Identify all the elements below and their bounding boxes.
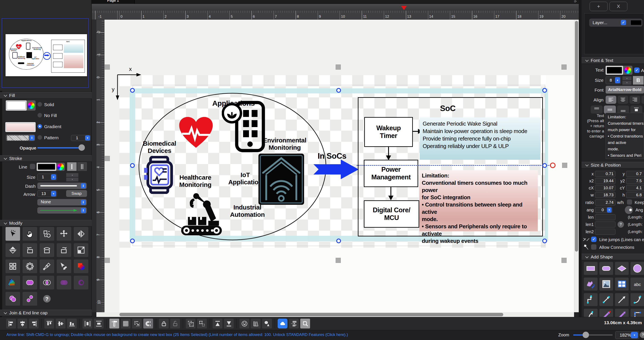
vertical-scrollbar-thumb[interactable]: [575, 21, 578, 252]
swap-button[interactable]: Swap: [66, 190, 87, 197]
y-field[interactable]: 0.7: [626, 171, 644, 177]
horizontal-scrollbar[interactable]: [96, 312, 574, 317]
len2-field[interactable]: [595, 229, 616, 235]
font-size-stepper[interactable]: ▲▼: [622, 76, 632, 85]
edit-path-tool-button[interactable]: [40, 259, 54, 273]
text-auto-checkbox[interactable]: [634, 68, 640, 73]
y2-field[interactable]: 7.5: [626, 178, 644, 184]
zoom-dropdown[interactable]: ▼: [631, 332, 638, 338]
vertical-ruler[interactable]: -2-1012345678910: [96, 20, 104, 312]
text-color-well[interactable]: [606, 66, 623, 75]
h-field[interactable]: 6.8: [626, 192, 644, 198]
magnet-button[interactable]: [143, 318, 153, 329]
sync-icon[interactable]: ⟳: [574, 0, 577, 4]
rotate-objects-tool-button[interactable]: [40, 227, 54, 241]
help-tool-button[interactable]: ?: [40, 292, 54, 306]
canvas-viewport[interactable]: x y Applications Biomedical Devices: [104, 20, 574, 312]
stroke-section-header[interactable]: Stroke: [0, 155, 92, 162]
preview-thumbnail[interactable]: Applications Biomedical Devices Environm…: [6, 34, 87, 76]
align-justify-button[interactable]: [642, 96, 644, 104]
flip-vertical-tool-button[interactable]: [5, 243, 20, 257]
status-message[interactable]: Arrow line: Shift-CMD-G to ungroup; Doub…: [6, 332, 348, 337]
double-line-button[interactable]: [78, 162, 87, 171]
keep-ratio-checkbox[interactable]: [627, 200, 632, 205]
selection-handle[interactable]: [130, 88, 135, 93]
move-tool-button[interactable]: [56, 227, 72, 241]
line-jumps-checkbox[interactable]: [591, 237, 596, 242]
digital-core-box[interactable]: Digital Core/ MCU: [364, 200, 419, 228]
add-image-button[interactable]: [599, 277, 613, 291]
cy-field[interactable]: 4.1: [626, 185, 644, 191]
snap-grid-button[interactable]: [132, 318, 142, 329]
flip-horizontal-tool-button[interactable]: [74, 227, 88, 241]
color-palette-tool-button[interactable]: [5, 275, 20, 290]
allow-connections-checkbox[interactable]: [591, 244, 596, 250]
size-position-header[interactable]: Size & Position: [582, 162, 644, 168]
selection-handle[interactable]: [130, 163, 135, 168]
selection-handle[interactable]: [336, 239, 341, 243]
modify-section-header[interactable]: Modify: [0, 220, 92, 226]
distribute-ring-tool-button[interactable]: [22, 259, 37, 273]
group-handle[interactable]: [336, 258, 341, 263]
cx-field[interactable]: 10.07: [595, 185, 616, 191]
selection-handle[interactable]: [336, 88, 341, 93]
select-tool-button[interactable]: [5, 227, 20, 241]
fill-color-well[interactable]: [6, 100, 27, 111]
join-section-header[interactable]: Join & End line cap: [0, 310, 92, 316]
pattern-stepper[interactable]: ▲▼: [30, 135, 34, 140]
w-field[interactable]: 18.73: [595, 192, 616, 198]
align-center-vertical-button[interactable]: [17, 318, 28, 329]
len-field[interactable]: [595, 214, 616, 220]
add-rectangle-button[interactable]: [584, 262, 598, 275]
arrow-end-stepper[interactable]: ▲▼: [81, 208, 86, 213]
group-handle[interactable]: [562, 163, 567, 168]
zoom-slider-knob[interactable]: [582, 332, 589, 338]
align-left-button[interactable]: [606, 96, 616, 104]
align-center-button[interactable]: [618, 96, 628, 104]
distribute-horizontal-button[interactable]: [82, 318, 92, 329]
text-flow-button[interactable]: [289, 318, 299, 329]
len-help-button[interactable]: ?: [618, 221, 624, 228]
valign-middle-button[interactable]: [604, 105, 616, 114]
align-left-button[interactable]: [6, 318, 16, 329]
bring-front-button[interactable]: [212, 318, 223, 329]
group-button[interactable]: [186, 318, 196, 329]
layer-visible-checkbox[interactable]: [621, 20, 626, 25]
fill-solid-radio[interactable]: [37, 102, 42, 107]
zoom-slider[interactable]: [573, 334, 613, 335]
wakeup-timer-box[interactable]: Wakeup Timer: [364, 117, 413, 147]
style-brush-tool-button[interactable]: [56, 259, 72, 273]
text-color-wheel-icon[interactable]: [623, 66, 632, 75]
opacity-slider[interactable]: [37, 147, 82, 148]
ungroup-button[interactable]: [197, 318, 207, 329]
fill-nofill-radio[interactable]: [37, 113, 42, 118]
rotate-cw-tool-button[interactable]: [56, 243, 72, 257]
valign-top-button[interactable]: [591, 105, 603, 114]
horizontal-ruler[interactable]: -101234567891011121314151617181920: [92, 11, 579, 20]
fill-section-header[interactable]: Fill: [0, 92, 92, 99]
distribute-vertical-button[interactable]: [94, 318, 104, 329]
add-layer-button[interactable]: +: [590, 2, 608, 11]
boolean-union-tool-button[interactable]: [22, 275, 37, 290]
stroke-size-dropdown[interactable]: ▼: [51, 174, 56, 180]
len1-field[interactable]: [595, 222, 616, 227]
add-text-abc-button[interactable]: abc: [630, 277, 644, 291]
add-ellipse-button[interactable]: [630, 262, 644, 275]
angle-toggle[interactable]: [625, 206, 633, 214]
group-handle[interactable]: [336, 65, 341, 70]
opacity-slider-knob[interactable]: [78, 144, 85, 151]
rotate-180-tool-button[interactable]: [40, 243, 54, 257]
add-curve-arrow-button[interactable]: [630, 293, 644, 306]
stroke-color-wheel-icon[interactable]: [56, 163, 65, 171]
arrow-start-control[interactable]: None ▲▼: [37, 199, 87, 206]
boolean-overlap-tool-button[interactable]: [56, 275, 72, 290]
shapes-button[interactable]: [262, 318, 272, 329]
bold-button[interactable]: B: [633, 76, 644, 85]
split-circles-tool-button[interactable]: [22, 292, 37, 306]
selection-handle[interactable]: [542, 88, 547, 93]
boolean-subtract-tool-button[interactable]: [74, 275, 88, 290]
align-bottom-button[interactable]: [67, 318, 77, 329]
add-line-arrow-handles-button[interactable]: [599, 293, 613, 306]
cloud-button[interactable]: [278, 318, 288, 329]
smiley-button[interactable]: [239, 318, 250, 329]
